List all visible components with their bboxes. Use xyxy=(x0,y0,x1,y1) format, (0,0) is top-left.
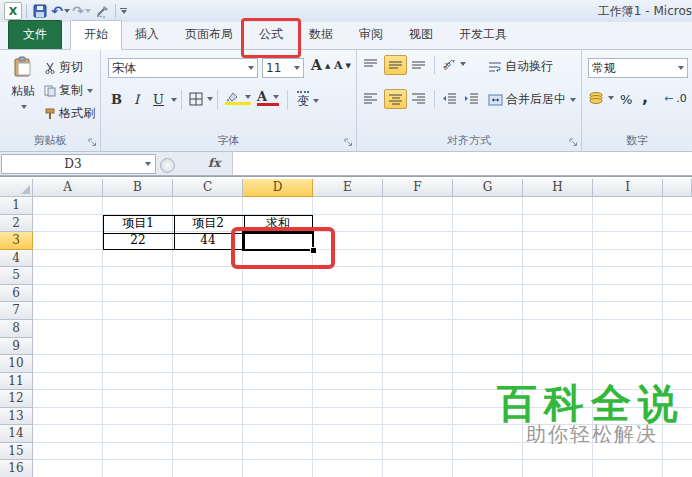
row-header-4[interactable]: 4 xyxy=(0,250,33,268)
tab-formulas[interactable]: 公式 xyxy=(246,21,296,49)
grow-font-button[interactable]: A▲ xyxy=(311,57,330,73)
tab-home[interactable]: 开始 xyxy=(70,20,122,50)
tab-data[interactable]: 数据 xyxy=(296,21,346,49)
tab-label: 审阅 xyxy=(359,27,383,41)
accounting-format-button[interactable] xyxy=(588,91,614,105)
merge-center-label: 合并后居中 xyxy=(506,91,566,108)
column-header-G[interactable]: G xyxy=(453,179,523,197)
redo-button[interactable]: ↷ xyxy=(73,3,90,20)
increase-decimal-button[interactable]: ←.0 xyxy=(664,92,687,105)
row-header-14[interactable]: 14 xyxy=(0,425,33,443)
row-header-10[interactable]: 10 xyxy=(0,355,33,373)
chevron-down-icon xyxy=(460,62,466,66)
tab-developer[interactable]: 开发工具 xyxy=(446,21,520,49)
row-header-2[interactable]: 2 xyxy=(0,215,33,233)
column-header-D[interactable]: D xyxy=(243,179,313,197)
paste-button[interactable]: 粘贴 xyxy=(6,56,40,109)
name-box-dropdown[interactable] xyxy=(145,162,151,166)
insert-function-button[interactable]: fx xyxy=(208,156,220,170)
alignment-dialog-launcher[interactable] xyxy=(569,138,578,147)
name-box[interactable]: D3 xyxy=(1,154,156,174)
font-size-combo[interactable]: 11 xyxy=(262,58,304,78)
clipboard-group-label: 剪贴板 xyxy=(34,134,67,147)
comma-button[interactable]: , xyxy=(642,88,648,107)
row-header-9[interactable]: 9 xyxy=(0,338,33,356)
row-header-16[interactable]: 16 xyxy=(0,460,33,477)
tools-button[interactable] xyxy=(94,3,111,20)
align-right-button[interactable] xyxy=(411,92,426,104)
orientation-button[interactable]: ab xyxy=(442,57,466,70)
row-header-7[interactable]: 7 xyxy=(0,302,33,320)
row-header-15[interactable]: 15 xyxy=(0,443,33,461)
column-header-E[interactable]: E xyxy=(313,179,383,197)
row-header-5[interactable]: 5 xyxy=(0,267,33,285)
bold-label: B xyxy=(111,92,122,107)
shrink-font-button[interactable]: A▼ xyxy=(334,59,351,72)
column-header-A[interactable]: A xyxy=(33,179,103,197)
tab-view[interactable]: 视图 xyxy=(396,21,446,49)
row-header-6[interactable]: 6 xyxy=(0,285,33,303)
decrease-indent-button[interactable] xyxy=(442,92,457,104)
bold-button[interactable]: B xyxy=(111,92,122,107)
font-color-button[interactable]: A xyxy=(257,91,279,106)
name-box-value: D3 xyxy=(2,157,144,171)
format-painter-icon xyxy=(44,108,56,120)
italic-button[interactable]: I xyxy=(134,92,139,107)
font-group-label: 字体 xyxy=(218,134,240,147)
cut-button[interactable]: 剪切 xyxy=(44,59,83,76)
tab-review[interactable]: 审阅 xyxy=(346,21,396,49)
undo-button[interactable]: ↶ xyxy=(52,3,69,20)
formula-input[interactable] xyxy=(232,152,692,175)
column-header-partial[interactable] xyxy=(663,179,692,197)
increase-indent-button[interactable] xyxy=(464,92,479,104)
number-format-combo[interactable]: 常规 xyxy=(588,58,688,78)
copy-label: 复制 xyxy=(59,82,83,99)
chevron-down-icon xyxy=(248,66,254,70)
font-name-combo[interactable]: 宋体 xyxy=(108,58,258,78)
wrap-text-button[interactable]: 自动换行 xyxy=(488,58,553,75)
column-header-I[interactable]: I xyxy=(593,179,663,197)
tab-page-layout[interactable]: 页面布局 xyxy=(172,21,246,49)
formula-bar: D3 fx xyxy=(0,152,692,176)
align-left-button[interactable] xyxy=(363,92,378,104)
column-header-B[interactable]: B xyxy=(103,179,173,197)
orientation-icon: ab xyxy=(442,57,456,70)
fill-color-button[interactable] xyxy=(225,91,251,105)
column-header-C[interactable]: C xyxy=(173,179,243,197)
percent-button[interactable]: % xyxy=(620,92,632,107)
font-dialog-launcher[interactable] xyxy=(344,138,353,147)
clipboard-dialog-launcher[interactable] xyxy=(88,138,97,147)
phonetic-button[interactable]: 变 xyxy=(297,91,319,110)
column-header-F[interactable]: F xyxy=(383,179,453,197)
grid-cell-C2[interactable]: 项目2 xyxy=(173,215,243,233)
select-all-button[interactable] xyxy=(0,179,33,197)
row-header-13[interactable]: 13 xyxy=(0,408,33,426)
qat-customize-button[interactable] xyxy=(120,8,127,14)
row-header-11[interactable]: 11 xyxy=(0,373,33,391)
divider xyxy=(115,4,116,18)
grid-cell-B3[interactable]: 22 xyxy=(103,232,173,250)
row-header-12[interactable]: 12 xyxy=(0,390,33,408)
copy-icon xyxy=(44,85,56,97)
copy-button[interactable]: 复制 xyxy=(44,82,93,99)
column-header-H[interactable]: H xyxy=(523,179,593,197)
tab-file[interactable]: 文件 xyxy=(8,20,62,49)
underline-button[interactable]: U xyxy=(153,92,177,107)
merge-center-button[interactable]: 合并后居中 xyxy=(488,91,576,108)
format-painter-button[interactable]: 格式刷 xyxy=(44,105,95,122)
align-middle-button[interactable] xyxy=(384,55,407,75)
tab-insert[interactable]: 插入 xyxy=(122,21,172,49)
align-top-button[interactable] xyxy=(363,58,378,70)
grid-cell-C3[interactable]: 44 xyxy=(173,232,243,250)
fill-handle[interactable] xyxy=(310,247,317,254)
save-button[interactable] xyxy=(31,3,48,20)
align-bottom-button[interactable] xyxy=(411,58,426,70)
formula-bar-button[interactable] xyxy=(160,158,175,173)
row-header-3[interactable]: 3 xyxy=(0,232,33,250)
borders-button[interactable] xyxy=(189,92,213,106)
grid-cell-B2[interactable]: 项目1 xyxy=(103,215,173,233)
row-header-1[interactable]: 1 xyxy=(0,197,33,215)
row-header-8[interactable]: 8 xyxy=(0,320,33,338)
align-center-button[interactable] xyxy=(384,89,407,109)
grid-cell-D2[interactable]: 求和 xyxy=(243,215,313,233)
